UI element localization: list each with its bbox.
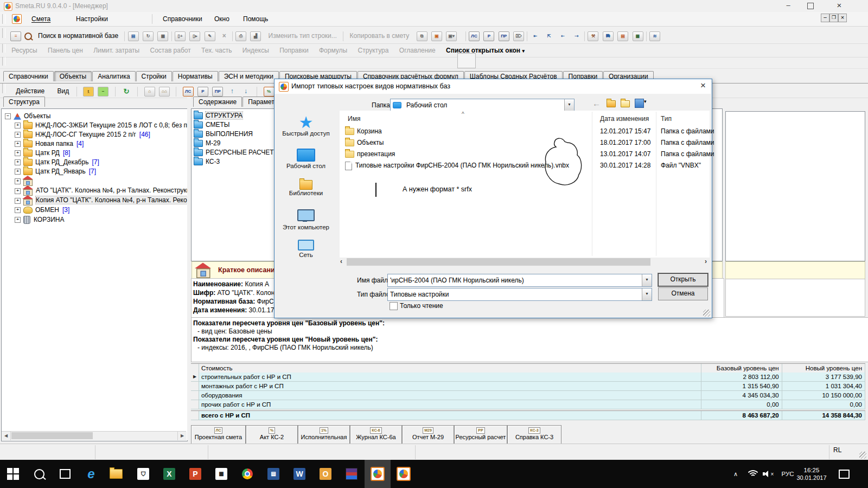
column-stoimost[interactable]: Стоимость bbox=[199, 364, 701, 373]
tree-item[interactable]: +Новая папка[4] bbox=[15, 139, 84, 148]
scroll-right-button[interactable]: › bbox=[701, 258, 710, 266]
taskbar-chrome[interactable] bbox=[234, 460, 260, 488]
dialog-close-button[interactable]: × bbox=[695, 80, 711, 93]
move-down-icon[interactable]: ↓ bbox=[241, 87, 251, 96]
taskbar-store[interactable]: ⛉ bbox=[130, 460, 156, 488]
indent-right-icon[interactable]: ⇢ bbox=[572, 32, 582, 41]
sidebar-libraries[interactable]: Библиотеки bbox=[276, 180, 336, 196]
taskbar-edge[interactable]: e bbox=[78, 460, 104, 488]
content-folder[interactable]: ВЫПОЛНЕНИЯ bbox=[194, 130, 253, 138]
resize-grip[interactable] bbox=[859, 452, 866, 459]
toolbar-grip[interactable] bbox=[2, 57, 5, 66]
taskbar-word[interactable]: W bbox=[286, 460, 312, 488]
readonly-checkbox[interactable] bbox=[390, 302, 398, 310]
content-folder[interactable]: РЕСУРСНЫЕ РАСЧЕТЫ bbox=[194, 148, 279, 157]
file-row[interactable]: Объекты 18.01.2017 17:00 Папка с файлами bbox=[345, 137, 709, 149]
views-button[interactable]: ▾ bbox=[635, 99, 647, 110]
panel-struktura[interactable]: Структура bbox=[358, 47, 389, 54]
toolbar-grip[interactable] bbox=[2, 28, 5, 38]
table-row[interactable]: ▶ строительных работ с НР и СП 2 803 112… bbox=[191, 373, 865, 382]
menu-spravochniki[interactable]: Справочники bbox=[163, 15, 202, 23]
expand-icon[interactable]: + bbox=[15, 159, 21, 165]
tree-item[interactable]: +НЖД-ЛОС-СГ Текущие 2015 2 п/г[46] bbox=[15, 130, 150, 139]
tree-item[interactable]: +Цатк РД_Январь[7] bbox=[15, 167, 96, 176]
splitter[interactable] bbox=[187, 97, 191, 440]
scroll-left-button[interactable]: ◀ bbox=[2, 432, 11, 440]
taskbar-smeta-active[interactable] bbox=[365, 460, 391, 488]
print-icon[interactable]: ⎙ bbox=[235, 31, 246, 41]
new-folder-button[interactable] bbox=[621, 100, 630, 107]
panel-tech-chast[interactable]: Тех. часть bbox=[201, 47, 232, 54]
cancel-button[interactable]: Отмена bbox=[658, 287, 708, 300]
dialog-hscrollbar[interactable]: ‹ › bbox=[337, 258, 711, 266]
task-view-button[interactable] bbox=[52, 460, 78, 488]
new-complex-icon[interactable]: ⌂⌂ bbox=[159, 87, 170, 97]
column-base-level[interactable]: Базовый уровень цен bbox=[701, 364, 782, 373]
paste-row-icon[interactable]: ▯+ bbox=[175, 31, 186, 41]
file-row[interactable]: Корзина 12.01.2017 15:47 Папка с файлами bbox=[345, 126, 709, 137]
expand-icon[interactable]: + bbox=[15, 217, 21, 223]
save-icon[interactable]: ▤ bbox=[128, 31, 139, 41]
menu-deystvie[interactable]: Действие bbox=[16, 87, 44, 95]
pr-new-icon[interactable]: ПР bbox=[212, 87, 223, 97]
collapse-icon[interactable]: − bbox=[98, 87, 108, 97]
collapse-icon[interactable]: − bbox=[5, 113, 11, 119]
indent-up-icon[interactable]: ⇱ bbox=[544, 32, 554, 41]
file-row[interactable]: презентация 13.01.2017 14:07 Папка с фай… bbox=[345, 149, 709, 160]
open-button[interactable]: Открыть bbox=[658, 273, 708, 286]
table-row[interactable]: оборудования 4 345 034,30 10 150 000,00 bbox=[191, 391, 865, 400]
copy-icon[interactable]: ⧉ bbox=[417, 31, 427, 41]
taskbar-excel[interactable]: X bbox=[156, 460, 182, 488]
tree-hscrollbar[interactable]: ◀ ▶ bbox=[2, 431, 186, 440]
content-folder[interactable]: М-29 bbox=[194, 139, 220, 147]
layers-icon[interactable]: ≋ bbox=[649, 31, 660, 41]
nav-up-folder-button[interactable] bbox=[607, 100, 616, 107]
expand-icon[interactable]: + bbox=[15, 132, 21, 138]
toolbar-grip[interactable] bbox=[2, 84, 5, 93]
tab-soderzhanie[interactable]: Содержание bbox=[193, 97, 242, 107]
report-m29-button[interactable]: М29Отчет М-29 bbox=[402, 425, 454, 445]
tab-stroyki[interactable]: Стройки bbox=[136, 71, 172, 81]
ls-new-icon[interactable]: ЛС bbox=[183, 87, 194, 97]
tree-item[interactable]: +Цатк РД_Декабрь[7] bbox=[15, 158, 99, 166]
copy-to-estimate-button[interactable]: Копировать в смету bbox=[350, 32, 410, 40]
tab-esn[interactable]: ЭСН и методики bbox=[219, 71, 279, 81]
minimize-button[interactable]: – bbox=[780, 1, 796, 9]
tree-root[interactable]: −Объекты bbox=[5, 112, 51, 120]
menu-smeta[interactable]: Смета bbox=[31, 15, 50, 23]
tree-item[interactable]: +НЖД-ЛОС-ЗЖБИ Текущие 2015 в ЛОТ с 0,8; … bbox=[15, 121, 188, 130]
panel-panel-cen[interactable]: Панель цен bbox=[48, 47, 83, 54]
expand-icon[interactable]: + bbox=[15, 198, 21, 204]
refresh-icon[interactable]: ↻ bbox=[143, 31, 154, 41]
tools-icon[interactable]: ⚒ bbox=[588, 31, 598, 41]
search-normbase-button[interactable]: Поиск в нормативной базе bbox=[38, 32, 118, 40]
paste-child-icon[interactable]: ▯▸ bbox=[189, 31, 200, 41]
tray-notifications[interactable] bbox=[833, 460, 855, 488]
filename-combobox[interactable]: 'ирСНБ-2004 (ПАО ГМК Норильский никель) … bbox=[387, 274, 652, 287]
expand-icon[interactable]: + bbox=[15, 123, 21, 129]
toolbar-grip[interactable] bbox=[2, 44, 5, 53]
menu-vid[interactable]: Вид bbox=[57, 87, 69, 95]
outdent-icon[interactable]: ⇠ bbox=[558, 32, 567, 41]
tree-item[interactable]: +ОБМЕН[3] bbox=[15, 206, 69, 214]
report-project-estimate-button[interactable]: ЛСПроектная смета bbox=[191, 425, 246, 445]
expand-icon[interactable]: + bbox=[15, 207, 21, 213]
ls-icon[interactable]: ЛС bbox=[469, 31, 480, 41]
calculator-icon[interactable]: ▦ bbox=[633, 31, 643, 41]
close-button[interactable]: × bbox=[831, 1, 847, 10]
r-icon[interactable]: Р bbox=[483, 31, 494, 41]
mdi-minimize-button[interactable]: – bbox=[821, 14, 829, 22]
tree-item[interactable]: +КОРЗИНА bbox=[15, 215, 64, 224]
tab-spravochniki[interactable]: Справочники bbox=[3, 71, 54, 81]
filetype-combobox[interactable]: Типовые настройки ▼ bbox=[387, 288, 652, 301]
file-row-vnbx[interactable]: Типовые настройки ФирСНБ-2004 (ПАО ГМК Н… bbox=[345, 160, 709, 171]
scroll-thumb[interactable] bbox=[347, 258, 650, 266]
column-new-level[interactable]: Новый уровень цен bbox=[782, 364, 865, 373]
expand-icon[interactable]: + bbox=[15, 169, 21, 175]
taskbar-powerpoint[interactable]: P bbox=[182, 460, 208, 488]
new-object-icon[interactable]: ⌂ bbox=[144, 87, 155, 97]
chevron-down-icon[interactable]: ▼ bbox=[564, 99, 574, 111]
taskbar-outlook[interactable]: O bbox=[312, 460, 339, 488]
change-row-type-button[interactable]: Изменить тип строки... bbox=[269, 32, 337, 40]
report-resursny-raschet-button[interactable]: РРРесурсный расчет bbox=[454, 425, 507, 445]
